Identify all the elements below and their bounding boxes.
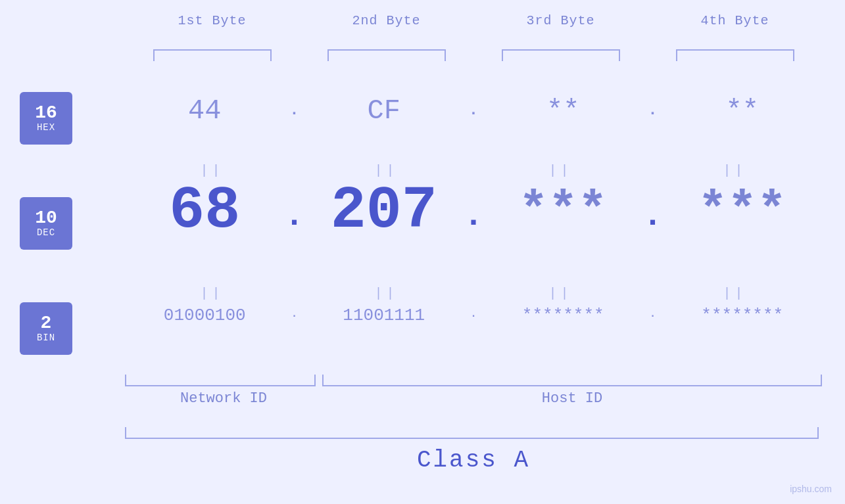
- bin-row: 01000100 . 11001111 . ******** . *******…: [125, 306, 822, 325]
- hex-dot-1: .: [285, 101, 304, 127]
- host-bracket: [322, 375, 822, 386]
- bin-dot-3: .: [643, 308, 663, 325]
- bracket-1: [125, 49, 299, 61]
- hex-octet-4: **: [663, 95, 823, 127]
- dec-value-4: ***: [690, 183, 795, 239]
- dec-value-3: ***: [510, 183, 616, 239]
- bin-octet-4: ********: [663, 306, 823, 325]
- hex-row: 44 . CF . ** . **: [125, 95, 822, 127]
- host-id-label: Host ID: [322, 390, 822, 407]
- dec-octet-4: ***: [663, 183, 823, 239]
- dec-dot-1: .: [285, 197, 304, 244]
- base-labels: 16 HEX 10 DEC 2 BIN: [20, 92, 72, 407]
- col-header-3: 3rd Byte: [473, 13, 648, 28]
- equals-row-1: || || || ||: [125, 163, 822, 178]
- main-container: 1st Byte 2nd Byte 3rd Byte 4th Byte 16 H…: [0, 0, 845, 504]
- bin-dot-1: .: [285, 308, 304, 325]
- eq2-4: ||: [648, 286, 822, 301]
- hex-octet-3: **: [483, 95, 643, 127]
- hex-dot-3: .: [643, 101, 663, 127]
- bin-octet-1: 01000100: [125, 306, 285, 325]
- bin-dot-2: .: [464, 308, 483, 325]
- bracket-2: [299, 49, 473, 61]
- hex-label: 16 HEX: [20, 92, 72, 145]
- bin-octet-3: ********: [483, 306, 643, 325]
- dec-value-1: 68: [152, 177, 257, 244]
- bin-label: 2 BIN: [20, 302, 72, 355]
- eq-2: ||: [299, 163, 473, 178]
- eq-1: ||: [125, 163, 299, 178]
- watermark: ipshu.com: [790, 484, 832, 494]
- id-labels: Network ID Host ID: [125, 390, 822, 407]
- dec-dot-3: .: [643, 197, 663, 244]
- network-id-label: Network ID: [125, 390, 322, 407]
- bracket-3: [473, 49, 648, 61]
- dec-dot-2: .: [464, 197, 483, 244]
- class-label: Class A: [125, 447, 822, 474]
- bin-value-4: ********: [690, 306, 795, 325]
- bin-value-1: 01000100: [152, 306, 257, 325]
- hex-value-1: 44: [152, 95, 257, 127]
- eq-3: ||: [473, 163, 648, 178]
- top-brackets: [125, 49, 822, 61]
- bin-value-2: 11001111: [331, 306, 437, 325]
- bin-value-3: ********: [510, 306, 616, 325]
- hex-octet-1: 44: [125, 95, 285, 127]
- class-bracket: [125, 427, 819, 439]
- network-host-brackets: [125, 375, 822, 386]
- network-bracket: [125, 375, 316, 386]
- dec-octet-1: 68: [125, 177, 285, 244]
- hex-octet-2: CF: [304, 95, 464, 127]
- dec-octet-2: 207: [304, 177, 464, 244]
- hex-dot-2: .: [464, 101, 483, 127]
- bracket-4: [648, 49, 822, 61]
- dec-row: 68 . 207 . *** . ***: [125, 177, 822, 244]
- col-header-2: 2nd Byte: [299, 13, 473, 28]
- equals-row-2: || || || ||: [125, 286, 822, 301]
- eq2-3: ||: [473, 286, 648, 301]
- dec-value-2: 207: [331, 177, 437, 244]
- col-header-4: 4th Byte: [648, 13, 822, 28]
- eq2-2: ||: [299, 286, 473, 301]
- dec-label: 10 DEC: [20, 197, 72, 250]
- dec-octet-3: ***: [483, 183, 643, 239]
- hex-value-2: CF: [331, 95, 437, 127]
- hex-value-3: **: [510, 95, 616, 127]
- eq-4: ||: [648, 163, 822, 178]
- hex-value-4: **: [690, 95, 795, 127]
- eq2-1: ||: [125, 286, 299, 301]
- col-header-1: 1st Byte: [125, 13, 299, 28]
- column-headers: 1st Byte 2nd Byte 3rd Byte 4th Byte: [125, 13, 822, 28]
- bin-octet-2: 11001111: [304, 306, 464, 325]
